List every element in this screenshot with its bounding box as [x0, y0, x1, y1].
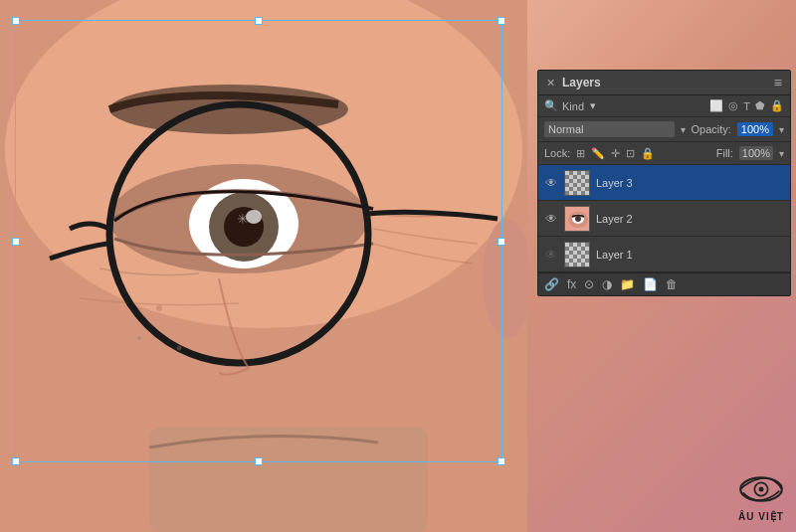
lock-position-icon[interactable]: ✛: [611, 147, 620, 160]
layers-panel: ✕ Layers ≡ 🔍 Kind ▾ ⬜ ◎ T ⬟ 🔒 Normal ▾ O…: [537, 70, 791, 296]
visibility-icon-layer3[interactable]: 👁: [544, 176, 558, 190]
new-adjustment-icon[interactable]: ◑: [602, 277, 612, 291]
lock-all-icon[interactable]: 🔒: [641, 147, 655, 160]
new-fill-icon[interactable]: ⊙: [584, 277, 594, 291]
panel-title: Layers: [562, 76, 601, 89]
watermark-text: ÂU VIỆT: [738, 511, 784, 522]
delete-layer-icon[interactable]: 🗑: [666, 277, 678, 291]
lock-image-icon[interactable]: ✏️: [591, 147, 605, 160]
svg-point-21: [759, 487, 764, 492]
kind-smart-icon[interactable]: 🔒: [770, 99, 784, 112]
svg-rect-14: [149, 428, 428, 532]
layer-name-1: Layer 1: [596, 249, 784, 261]
face-photo: ✳: [0, 0, 527, 532]
lock-label: Lock:: [544, 147, 570, 159]
layer-thumbnail-2: [564, 206, 590, 232]
blend-mode-dropdown[interactable]: Normal: [544, 121, 675, 137]
kind-dropdown-arrow[interactable]: ▾: [590, 99, 596, 112]
panel-toolbar: 🔗 fx ⊙ ◑ 📁 📄 🗑: [538, 272, 790, 295]
kind-type-icon[interactable]: T: [743, 100, 750, 112]
canvas-area: ✳: [0, 0, 796, 532]
svg-point-12: [137, 336, 141, 340]
lock-icons: ⊞ ✏️ ✛ ⊡ 🔒: [576, 147, 655, 160]
blend-row: Normal ▾ Opacity: 100% ▾: [538, 117, 790, 142]
checker-pattern-3: [565, 171, 589, 195]
watermark: ÂU VIỆT: [736, 474, 786, 522]
layer-thumbnail-3: [564, 170, 590, 196]
kind-shape-icon[interactable]: ⬟: [755, 99, 765, 112]
svg-point-11: [177, 346, 182, 351]
fill-label: Fill:: [716, 147, 733, 159]
panel-header: ✕ Layers ≡: [538, 71, 790, 95]
kind-adjustment-icon[interactable]: ◎: [728, 99, 738, 112]
visibility-icon-layer2[interactable]: 👁: [544, 212, 558, 226]
lock-transparency-icon[interactable]: ⊞: [576, 147, 585, 160]
link-layers-icon[interactable]: 🔗: [544, 277, 559, 291]
new-layer-icon[interactable]: 📄: [643, 277, 658, 291]
opacity-arrow[interactable]: ▾: [779, 124, 784, 135]
search-icon: 🔍: [544, 99, 558, 112]
kind-icons: ⬜ ◎ T ⬟ 🔒: [709, 99, 784, 112]
layer-item-2[interactable]: 👁 Layer 2: [538, 201, 790, 237]
panel-close-button[interactable]: ✕: [546, 78, 556, 88]
layer-item-1[interactable]: 👁 Layer 1: [538, 237, 790, 272]
svg-point-10: [156, 305, 162, 311]
opacity-label: Opacity:: [692, 123, 731, 135]
panel-menu-icon[interactable]: ≡: [774, 75, 782, 90]
layer-name-2: Layer 2: [596, 213, 784, 225]
kind-pixel-icon[interactable]: ⬜: [709, 99, 723, 112]
fill-arrow[interactable]: ▾: [779, 148, 784, 159]
lock-row: Lock: ⊞ ✏️ ✛ ⊡ 🔒 Fill: 100% ▾: [538, 142, 790, 165]
kind-row: 🔍 Kind ▾ ⬜ ◎ T ⬟ 🔒: [538, 95, 790, 117]
opacity-value[interactable]: 100%: [737, 122, 773, 136]
layer-thumbnail-1: [564, 242, 590, 267]
fill-value[interactable]: 100%: [739, 146, 773, 160]
svg-point-18: [575, 216, 581, 222]
panel-header-left: ✕ Layers: [546, 76, 601, 89]
checker-pattern-1: [565, 243, 589, 266]
visibility-icon-layer1[interactable]: 👁: [544, 248, 558, 262]
fx-icon[interactable]: fx: [567, 277, 576, 291]
lock-artboard-icon[interactable]: ⊡: [626, 147, 635, 160]
svg-text:✳: ✳: [237, 211, 249, 227]
kind-label: Kind: [562, 100, 584, 112]
face-thumbnail-2: [565, 207, 589, 231]
new-group-icon[interactable]: 📁: [620, 277, 635, 291]
blend-dropdown-arrow[interactable]: ▾: [681, 124, 686, 135]
layer-item-3[interactable]: 👁 Layer 3: [538, 165, 790, 201]
watermark-logo-svg: [736, 474, 786, 509]
layer-name-3: Layer 3: [596, 177, 784, 189]
